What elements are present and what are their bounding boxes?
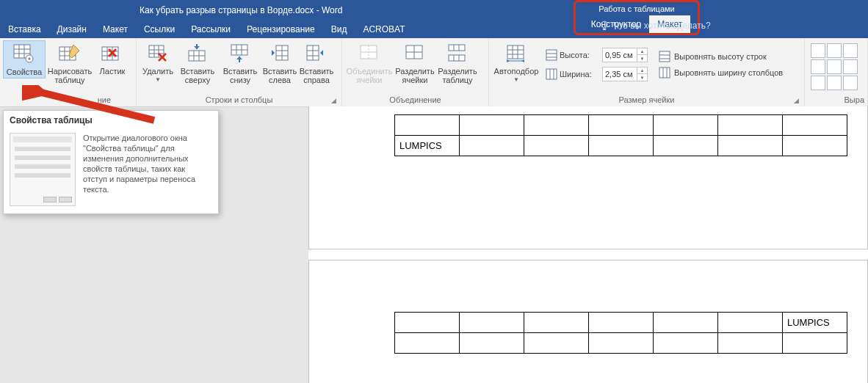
delete-button[interactable]: Удалить ▼	[140, 40, 176, 84]
align-bc-button[interactable]	[827, 76, 842, 90]
align-mc-button[interactable]	[827, 59, 842, 74]
split-table-label: Разделить таблицу	[437, 67, 478, 84]
autofit-label: Автоподбор	[494, 67, 539, 76]
draw-table-button[interactable]: Нарисовать таблицу	[46, 40, 94, 86]
width-spinner[interactable]: ▲▼	[602, 67, 648, 81]
table-cell-lumpics[interactable]: LUMPICS	[395, 136, 460, 156]
spin-down-icon[interactable]: ▼	[637, 74, 647, 81]
dist-cols-label: Выровнять ширину столбцов	[674, 68, 783, 77]
ribbon: Свойства Нарисовать таблицу Ластик ние	[0, 38, 868, 107]
align-tl-button[interactable]	[811, 43, 825, 58]
dist-rows-label: Выровнять высоту строк	[674, 52, 767, 61]
ins-right-label: Вставить справа	[299, 67, 334, 84]
svg-rect-51	[449, 45, 465, 51]
tab-recenz[interactable]: Рецензирование	[239, 21, 323, 38]
align-br-button[interactable]	[843, 76, 858, 90]
split-cells-button[interactable]: Разделить ячейки	[394, 40, 436, 86]
page-2: LUMPICS	[308, 260, 868, 383]
table-row[interactable]: LUMPICS	[395, 136, 847, 156]
dialog-launcher-icon[interactable]: ◢	[794, 97, 803, 106]
ins-left-label: Вставить слева	[262, 67, 297, 84]
delete-table-icon	[146, 42, 170, 65]
insert-left-button[interactable]: Вставить слева	[261, 40, 298, 86]
document-area: LUMPICS LUMPICS Свойства таблицы Открыти…	[0, 107, 868, 383]
tab-vid[interactable]: Вид	[323, 21, 355, 38]
svg-rect-66	[546, 69, 557, 79]
autofit-button[interactable]: Автоподбор ▼	[492, 40, 540, 84]
insert-col-left-icon	[268, 42, 292, 65]
tab-rassylki[interactable]: Рассылки	[183, 21, 239, 38]
document-table-2[interactable]: LUMPICS	[394, 312, 847, 354]
svg-rect-72	[659, 68, 670, 78]
insert-row-below-icon	[228, 42, 252, 65]
table-properties-button[interactable]: Свойства	[3, 40, 46, 79]
align-ml-button[interactable]	[811, 59, 825, 74]
spin-up-icon[interactable]: ▲	[637, 68, 647, 74]
ribbon-tabs: Вставка Дизайн Макет Ссылки Рассылки Рец…	[0, 21, 868, 38]
svg-point-7	[29, 58, 31, 60]
page-1: LUMPICS	[308, 106, 868, 249]
autofit-icon	[504, 42, 528, 65]
merge-cells-icon	[358, 42, 381, 65]
insert-col-right-icon	[305, 42, 328, 65]
insert-above-button[interactable]: Вставить сверху	[176, 40, 219, 86]
height-input[interactable]	[603, 48, 637, 62]
tab-vstavka[interactable]: Вставка	[0, 21, 49, 38]
table-cell-lumpics[interactable]: LUMPICS	[783, 313, 847, 333]
draw-label: Нарисовать таблицу	[46, 67, 93, 84]
tooltip-thumbnail	[10, 133, 76, 206]
insert-right-button[interactable]: Вставить справа	[298, 40, 335, 86]
align-mr-button[interactable]	[843, 59, 858, 74]
tab-ssylki[interactable]: Ссылки	[136, 21, 183, 38]
insert-below-button[interactable]: Вставить снизу	[219, 40, 261, 86]
tell-me-placeholder: Что вы хотите сделать?	[613, 21, 711, 31]
group-label-rowscols: Строки и столбцы	[140, 95, 339, 106]
spin-down-icon[interactable]: ▼	[637, 55, 647, 62]
eraser-icon	[101, 42, 124, 65]
split-table-button[interactable]: Разделить таблицу	[436, 40, 479, 86]
tell-me-search[interactable]: Что вы хотите сделать?	[600, 21, 711, 31]
tooltip-description: Открытие диалогового окна "Свойства табл…	[83, 133, 208, 206]
spin-up-icon[interactable]: ▲	[637, 48, 647, 55]
ins-top-label: Вставить сверху	[177, 67, 218, 84]
tooltip-properties: Свойства таблицы Открытие диалогового ок…	[3, 110, 219, 214]
table-row[interactable]	[395, 115, 847, 136]
cell-alignment-grid	[811, 43, 858, 90]
split-cells-icon	[403, 42, 427, 65]
svg-rect-69	[659, 51, 670, 62]
align-tr-button[interactable]	[843, 43, 858, 58]
row-height-icon	[545, 48, 558, 62]
tab-dizain[interactable]: Дизайн	[49, 21, 95, 38]
align-bl-button[interactable]	[811, 76, 825, 90]
tab-maket[interactable]: Макет	[95, 21, 136, 38]
svg-rect-0	[603, 29, 606, 30]
width-label: Ширина:	[560, 70, 601, 79]
distribute-cols-icon	[658, 66, 671, 79]
dialog-launcher-icon[interactable]: ◢	[331, 97, 340, 106]
distribute-cols-button[interactable]: Выровнять ширину столбцов	[655, 65, 786, 81]
tab-acrobat[interactable]: ACROBAT	[355, 21, 413, 38]
group-label-align-partial: Выра	[808, 95, 864, 106]
document-table-1[interactable]: LUMPICS	[394, 114, 847, 156]
title-bar: Как убрать разрыв страницы в Ворде.docx …	[0, 0, 868, 21]
insert-row-above-icon	[186, 42, 209, 65]
lightbulb-icon	[600, 21, 609, 31]
ins-bottom-label: Вставить снизу	[220, 67, 261, 84]
pencil-table-icon	[58, 42, 82, 65]
table-row[interactable]: LUMPICS	[395, 313, 847, 333]
chevron-down-icon: ▼	[513, 76, 519, 83]
merge-cells-button[interactable]: Объединить ячейки	[345, 40, 394, 86]
split-table-icon	[446, 42, 469, 65]
distribute-rows-button[interactable]: Выровнять высоту строк	[655, 48, 786, 65]
table-row[interactable]	[395, 333, 847, 354]
svg-rect-63	[546, 50, 557, 60]
eraser-label: Ластик	[100, 67, 126, 76]
svg-rect-57	[507, 45, 524, 59]
eraser-button[interactable]: Ластик	[94, 40, 131, 77]
tooltip-title: Свойства таблицы	[4, 111, 218, 130]
height-spinner[interactable]: ▲▼	[602, 48, 648, 62]
distribute-rows-icon	[658, 50, 671, 63]
props-label: Свойства	[7, 68, 42, 76]
width-input[interactable]	[603, 68, 637, 81]
align-tc-button[interactable]	[827, 43, 842, 58]
